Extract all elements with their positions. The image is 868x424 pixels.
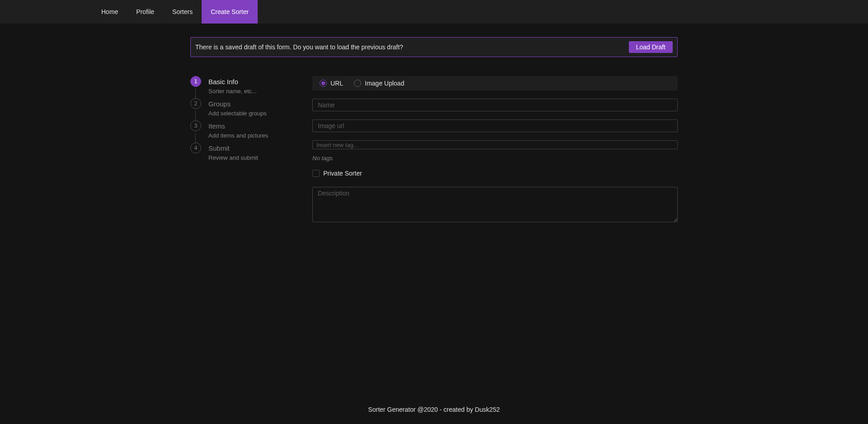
- steps-sidebar: 1 Basic Info Sorter name, etc... 2 Group…: [190, 76, 302, 224]
- step-description: Sorter name, etc...: [208, 88, 257, 95]
- checkbox-label: Private Sorter: [323, 170, 362, 177]
- step-number: 2: [190, 98, 201, 109]
- step-title: Groups: [208, 99, 267, 109]
- radio-image-upload[interactable]: Image Upload: [354, 80, 404, 87]
- step-title: Submit: [208, 143, 258, 153]
- radio-icon: [320, 80, 327, 87]
- step-title: Items: [208, 121, 268, 131]
- load-draft-button[interactable]: Load Draft: [629, 41, 673, 53]
- content: There is a saved draft of this form. Do …: [0, 24, 868, 395]
- step-submit[interactable]: 4 Submit Review and submit: [190, 143, 302, 165]
- step-description: Add items and pictures: [208, 132, 268, 139]
- main-container: 1 Basic Info Sorter name, etc... 2 Group…: [190, 76, 678, 224]
- nav-home[interactable]: Home: [92, 0, 127, 24]
- step-title: Basic Info: [208, 77, 257, 87]
- form-panel: URL Image Upload No tags Private Sorter: [312, 76, 678, 224]
- step-number: 3: [190, 120, 201, 131]
- step-number: 1: [190, 76, 201, 87]
- header-nav: Home Profile Sorters Create Sorter: [0, 0, 868, 24]
- name-input[interactable]: [312, 99, 678, 111]
- nav-profile[interactable]: Profile: [127, 0, 163, 24]
- draft-alert: There is a saved draft of this form. Do …: [190, 37, 678, 57]
- no-tags-text: No tags: [312, 155, 678, 162]
- image-source-radio-group: URL Image Upload: [312, 76, 678, 91]
- nav-sorters[interactable]: Sorters: [163, 0, 202, 24]
- image-url-input[interactable]: [312, 119, 678, 132]
- tag-section: No tags: [312, 140, 678, 162]
- radio-icon: [354, 80, 361, 87]
- step-description: Add selectable groups: [208, 110, 267, 117]
- step-basic-info[interactable]: 1 Basic Info Sorter name, etc...: [190, 76, 302, 98]
- radio-label: URL: [330, 80, 343, 87]
- tag-input[interactable]: [312, 140, 678, 149]
- step-description: Review and submit: [208, 154, 258, 161]
- step-groups[interactable]: 2 Groups Add selectable groups: [190, 98, 302, 120]
- radio-label: Image Upload: [365, 80, 404, 87]
- footer: Sorter Generator @2020 - created by Dusk…: [0, 395, 868, 424]
- step-items[interactable]: 3 Items Add items and pictures: [190, 120, 302, 143]
- draft-alert-message: There is a saved draft of this form. Do …: [195, 43, 403, 51]
- step-number: 4: [190, 143, 201, 153]
- footer-text: Sorter Generator @2020 - created by Dusk…: [368, 406, 500, 413]
- radio-url[interactable]: URL: [320, 80, 343, 87]
- nav-create-sorter[interactable]: Create Sorter: [202, 0, 258, 24]
- checkbox-icon: [312, 170, 320, 177]
- private-sorter-checkbox[interactable]: Private Sorter: [312, 170, 678, 177]
- description-textarea[interactable]: [312, 187, 678, 222]
